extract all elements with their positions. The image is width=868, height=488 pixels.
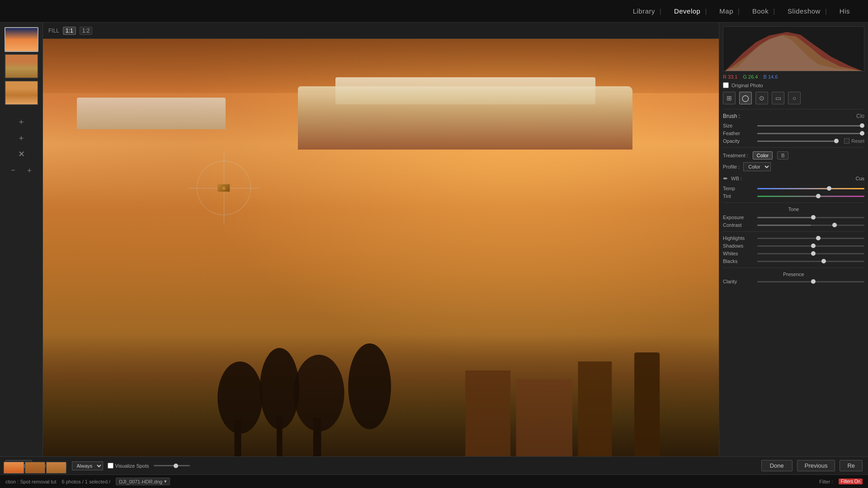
exposure-thumb[interactable] [811,215,816,220]
film-thumb-1[interactable] [4,462,24,474]
tree-svg [43,316,719,461]
original-photo-checkbox[interactable] [723,82,729,88]
tint-thumb[interactable] [816,194,821,198]
nav-sep-2: | [705,7,707,15]
profile-dropdown[interactable]: Color [743,162,771,171]
tool-icons-row: ⊞ ◯ ⊙ ▭ ○ [723,92,864,104]
contrast-thumb[interactable] [832,223,837,227]
temp-label: Temp [723,186,755,191]
exposure-label: Exposure [723,215,755,220]
film-thumb-3[interactable] [46,462,66,474]
spot-handle[interactable]: ⊕ [217,184,230,192]
feather-thumb[interactable] [860,131,864,136]
tint-slider-row: Tint [723,193,864,199]
exposure-slider[interactable] [757,217,864,218]
nav-sep-1: | [660,7,661,15]
temp-thumb[interactable] [827,186,831,191]
clarity-slider[interactable] [757,281,864,282]
zoom-1-1-button[interactable]: 1:1 [63,27,76,35]
shadows-slider[interactable] [757,245,864,247]
done-button[interactable]: Done [761,460,793,471]
nav-develop[interactable]: Develop [674,7,701,15]
nav-sep-4: | [773,7,775,15]
nav-slideshow[interactable]: Slideshow [788,7,821,15]
ship-area [279,68,651,150]
rect-tool-icon[interactable]: ▭ [772,92,784,104]
tool-overlay-select[interactable]: Always [72,461,103,470]
bw-treatment-button[interactable]: B [777,151,788,160]
spots-slider-thumb[interactable] [174,464,178,468]
reset-icon[interactable] [844,138,849,144]
original-photo-row: Original Photo [723,82,864,88]
plus-icon[interactable]: ＋ [23,165,36,176]
whites-slider[interactable] [757,253,864,254]
filters-on-badge[interactable]: Filters On [839,479,863,484]
film-thumb-2[interactable] [25,462,45,474]
highlights-thumb[interactable] [816,236,821,240]
temp-slider[interactable] [757,188,864,189]
b-label: B 14.6 [763,74,778,80]
divider-3 [723,202,864,203]
size-thumb[interactable] [860,123,864,128]
zoom-1-2-button[interactable]: 1:2 [80,27,93,35]
remove-icon[interactable]: ✕ [14,149,28,160]
visualize-spots-checkbox[interactable] [108,463,113,469]
brush-header: Brush : Clo [723,113,864,119]
highlights-slider[interactable] [757,238,864,239]
divider-4 [723,231,864,232]
svg-rect-10 [634,352,660,461]
opacity-thumb[interactable] [834,139,839,143]
status-bar: ction : Spot removal tut 6 photos / 1 se… [0,474,868,488]
right-panel: R 33.1 G 26.4 B 14.6 Original Photo ⊞ ◯ … [719,23,868,461]
visualize-spots-label: Visualize Spots [115,463,149,469]
svg-point-3 [348,343,391,429]
color-treatment-button[interactable]: Color [753,151,773,160]
grid-tool-icon[interactable]: ⊞ [723,92,736,104]
temp-slider-row: Temp [723,186,864,191]
add-icon-top[interactable]: ＋ [14,116,28,127]
nav-library[interactable]: Library [633,7,655,15]
contrast-slider[interactable] [757,225,864,226]
shadows-thumb[interactable] [811,244,816,248]
target-tool-icon[interactable]: ⊙ [755,92,768,104]
clarity-thumb[interactable] [811,279,816,284]
blacks-thumb[interactable] [821,259,826,263]
shadows-label: Shadows [723,243,755,249]
histogram [723,26,864,71]
nav-map[interactable]: Map [719,7,733,15]
tint-slider[interactable] [757,196,864,197]
reset-button[interactable]: Reset [851,138,864,144]
wb-picker-icon[interactable]: ✒ [723,175,728,182]
spot-handle-inner: ⊕ [218,184,230,192]
opacity-slider[interactable] [757,141,839,142]
svg-rect-9 [578,361,612,461]
minus-icon[interactable]: − [6,165,20,176]
feather-slider[interactable] [757,133,864,134]
nav-book[interactable]: Book [752,7,769,15]
original-photo-label[interactable]: Original Photo [731,83,763,88]
status-filename[interactable]: DJI_0071-HDR.dng ▾ [116,478,170,485]
next-button[interactable]: Re [840,460,863,471]
profile-row: Profile : Color [723,162,864,171]
brush-close[interactable]: Clo [856,113,864,119]
filmstrip-thumb-1[interactable] [5,27,38,52]
oval-tool-icon[interactable]: ○ [788,92,801,104]
nav-sep-5: | [825,7,827,15]
main-image-view[interactable]: ⊕ [43,39,719,461]
circle-tool-icon[interactable]: ◯ [739,92,752,104]
blacks-slider[interactable] [757,261,864,262]
previous-button[interactable]: Previous [797,460,835,471]
clarity-slider-row: Clarity [723,279,864,284]
svg-rect-4 [235,420,241,461]
nav-his[interactable]: His [840,7,850,15]
filmstrip-thumb-3[interactable] [5,80,38,105]
whites-thumb[interactable] [811,251,816,256]
add-icon-2[interactable]: ＋ [14,132,28,143]
toolbar-top: FILL 1:1 1:2 [43,23,719,39]
contrast-slider-row: Contrast [723,222,864,228]
spots-slider[interactable] [154,465,190,466]
spot-removal-circle[interactable]: ⊕ [197,161,251,215]
size-slider[interactable] [757,125,864,127]
filmstrip-thumb-2[interactable] [5,54,38,79]
filename-text: DJI_0071-HDR.dng [119,479,162,484]
